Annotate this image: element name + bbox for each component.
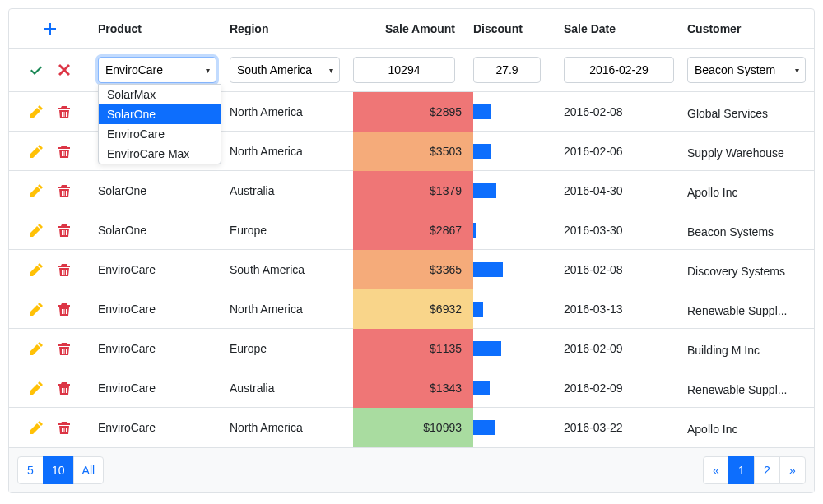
product-option-envirocare[interactable]: EnviroCare: [99, 124, 221, 144]
cell-region: North America: [223, 413, 346, 442]
header-region[interactable]: Region: [223, 14, 346, 44]
cell-customer: Apollo Inc: [681, 174, 812, 207]
table-row: EnviroCareEurope$11352016-02-09Building …: [9, 329, 814, 368]
cell-region: North America: [223, 294, 346, 324]
cell-saledate: 2016-03-22: [557, 413, 681, 442]
table-row: EnviroCareSouth America$33652016-02-08Di…: [9, 250, 814, 289]
cell-customer: Global Services: [681, 95, 812, 128]
trash-icon: [58, 342, 71, 355]
edit-button[interactable]: [29, 341, 44, 356]
delete-button[interactable]: [57, 381, 72, 395]
edit-row: SolarMax SolarOne EnviroCare EnviroCare …: [9, 49, 814, 92]
cell-customer: Supply Warehouse: [681, 135, 812, 168]
cell-region: North America: [223, 136, 346, 166]
edit-button[interactable]: [29, 104, 44, 119]
cell-saledate: 2016-03-13: [557, 294, 681, 324]
cell-product: SolarOne: [91, 176, 223, 206]
page-prev[interactable]: «: [703, 456, 729, 484]
edit-button[interactable]: [29, 223, 44, 238]
data-grid: Product Region Sale Amount Discount Sale…: [8, 8, 815, 493]
pencil-icon: [30, 342, 43, 355]
edit-button[interactable]: [29, 381, 44, 395]
discount-bar: [473, 381, 490, 395]
product-select[interactable]: [98, 57, 216, 83]
cell-saledate: 2016-02-09: [557, 334, 681, 363]
trash-icon: [58, 184, 71, 197]
table-row: EnviroCareNorth America$69322016-03-13Re…: [9, 289, 814, 329]
cell-discount: [467, 215, 557, 246]
edit-button[interactable]: [29, 420, 44, 435]
region-select[interactable]: [230, 57, 340, 83]
cell-customer: Apollo Inc: [681, 411, 812, 444]
discount-input[interactable]: [473, 57, 541, 83]
cell-product: EnviroCare: [91, 255, 223, 284]
header-discount[interactable]: Discount: [467, 14, 557, 44]
cell-customer: Beacon Systems: [681, 214, 812, 247]
cell-customer: Discovery Systems: [681, 253, 812, 286]
cell-customer: Renewable Suppl...: [681, 293, 812, 326]
cell-amount: $2895: [346, 100, 467, 123]
header-saledate[interactable]: Sale Date: [557, 14, 681, 44]
grid-footer: 5 10 All « 1 2 »: [9, 447, 814, 492]
delete-button[interactable]: [57, 104, 72, 119]
delete-button[interactable]: [57, 144, 72, 159]
edit-button[interactable]: [29, 302, 44, 317]
cell-region: Australia: [223, 373, 346, 403]
cell-saledate: 2016-02-09: [557, 373, 681, 403]
add-row-button[interactable]: [43, 21, 58, 36]
page-2[interactable]: 2: [754, 456, 780, 484]
delete-button[interactable]: [57, 223, 72, 238]
header-customer[interactable]: Customer: [681, 14, 812, 44]
edit-button[interactable]: [29, 144, 44, 159]
cell-saledate: 2016-04-30: [557, 176, 681, 206]
cell-amount: $1135: [346, 337, 467, 360]
delete-button[interactable]: [57, 420, 72, 435]
cell-discount: [467, 254, 557, 285]
customer-select[interactable]: [687, 57, 806, 83]
cell-product: EnviroCare: [91, 413, 223, 442]
cell-discount: [467, 294, 557, 325]
cell-product: SolarOne: [91, 215, 223, 245]
edit-button[interactable]: [29, 262, 44, 277]
pencil-icon: [30, 184, 43, 197]
check-icon: [30, 63, 43, 76]
discount-bar: [473, 183, 496, 198]
grid-header-row: Product Region Sale Amount Discount Sale…: [9, 9, 814, 49]
delete-button[interactable]: [57, 183, 72, 198]
product-option-solarone[interactable]: SolarOne: [99, 104, 221, 124]
discount-bar: [473, 223, 476, 238]
cell-region: Europe: [223, 215, 346, 245]
trash-icon: [58, 263, 71, 276]
delete-button[interactable]: [57, 341, 72, 356]
pencil-icon: [30, 381, 43, 395]
page-next[interactable]: »: [779, 456, 806, 484]
delete-button[interactable]: [57, 302, 72, 317]
pencil-icon: [30, 145, 43, 158]
discount-bar: [473, 104, 491, 119]
saledate-input[interactable]: [564, 57, 674, 83]
cell-region: Australia: [223, 176, 346, 206]
table-row: EnviroCareNorth America$109932016-03-22A…: [9, 408, 814, 447]
product-option-solarmax[interactable]: SolarMax: [99, 85, 221, 104]
cell-saledate: 2016-03-30: [557, 215, 681, 245]
page-size-5[interactable]: 5: [17, 456, 44, 484]
page-size-all[interactable]: All: [73, 456, 105, 484]
pagination-group: « 1 2 »: [703, 456, 806, 484]
page-1[interactable]: 1: [728, 456, 755, 484]
plus-icon: [44, 22, 57, 35]
cell-discount: [467, 333, 557, 364]
product-option-envirocaremax[interactable]: EnviroCare Max: [99, 144, 221, 164]
discount-bar: [473, 420, 495, 435]
amount-input[interactable]: [353, 57, 455, 83]
page-size-10[interactable]: 10: [43, 456, 74, 484]
header-amount[interactable]: Sale Amount: [346, 14, 467, 44]
header-product[interactable]: Product: [91, 14, 223, 44]
cell-discount: [467, 96, 557, 127]
cancel-button[interactable]: [57, 62, 72, 77]
commit-button[interactable]: [29, 62, 44, 77]
delete-button[interactable]: [57, 262, 72, 277]
cell-region: Europe: [223, 334, 346, 363]
table-row: SolarOneAustralia$13792016-04-30Apollo I…: [9, 171, 814, 210]
edit-button[interactable]: [29, 183, 44, 198]
cell-amount: $3365: [346, 258, 467, 281]
